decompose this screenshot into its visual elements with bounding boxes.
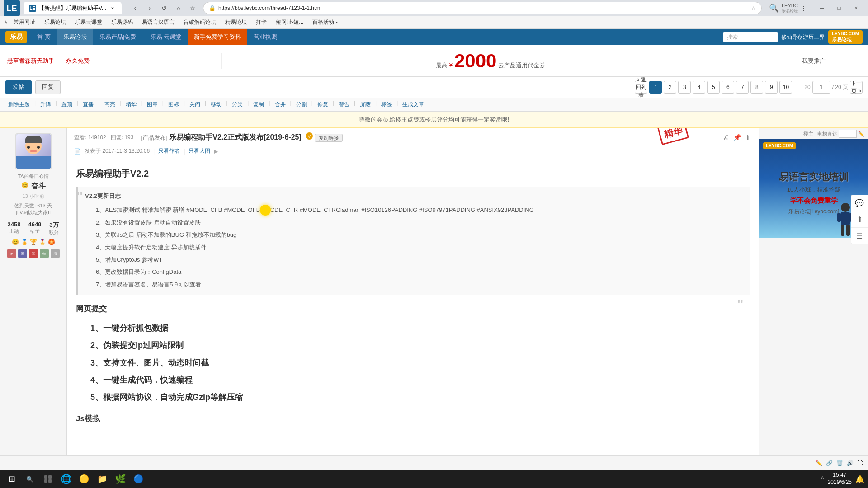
notification-icon[interactable]: 🔔 (855, 475, 864, 483)
bookmark-source[interactable]: 乐易源码 (108, 18, 137, 27)
bookmark-daka[interactable]: 打卡 (252, 18, 270, 27)
tool-top[interactable]: 置顶 (59, 100, 75, 109)
post-btn[interactable]: 发帖 (5, 80, 32, 94)
site-logo[interactable]: 乐易 (5, 31, 27, 43)
browser-tab[interactable]: LE 【新提醒】乐易编程助手V... × (24, 2, 122, 14)
page-1[interactable]: 1 (649, 81, 662, 94)
reply-btn[interactable]: 回复 (35, 80, 61, 94)
bookmark-baige[interactable]: 百格活动 - (309, 18, 341, 27)
bottom-edit-icon[interactable]: ✏️ (816, 460, 822, 466)
close-btn[interactable]: × (848, 2, 864, 14)
refresh-btn[interactable]: ↺ (158, 2, 170, 14)
nav-search-box[interactable]: 搜索 (723, 32, 778, 42)
bookmark-class[interactable]: 乐易云课堂 (71, 18, 106, 27)
page-10[interactable]: 10 (779, 81, 792, 94)
bookmark-pojie[interactable]: 盲破解码论坛 (180, 18, 220, 27)
nav-learning[interactable]: 新手免费学习资料 (188, 29, 247, 45)
nav-home[interactable]: 首 页 (31, 29, 57, 45)
tool-move[interactable]: 移动 (208, 100, 224, 109)
taskbar-files[interactable]: 📁 (94, 471, 110, 487)
tool-icon[interactable]: 图标 (165, 100, 182, 109)
posts-icon[interactable]: 帖 (40, 249, 49, 258)
bottom-sound-icon[interactable]: 🔊 (847, 460, 854, 466)
bookmark-btn[interactable]: ☆ (187, 2, 199, 14)
taskbar-chrome2[interactable]: 🌿 (112, 471, 128, 487)
taskbar-app1[interactable]: 🟡 (76, 471, 92, 487)
ad-right[interactable]: 我要推广 (760, 53, 868, 69)
bookmark-forum[interactable]: 乐易论坛 (41, 18, 70, 27)
nav-license[interactable]: 营业执照 (247, 29, 283, 45)
only-bigimg-link[interactable]: 只看大图 (189, 147, 210, 155)
float-up-btn[interactable]: ⬆ (851, 211, 868, 228)
float-chat-btn[interactable]: 💬 (851, 195, 868, 211)
tool-highlight[interactable]: 高亮 (102, 100, 118, 109)
user-badges: 😊 🏅 🏆 🎖️ 🏵️ (4, 239, 63, 245)
extensions-icon[interactable]: ⋮ (801, 5, 807, 11)
clear-icon[interactable]: 清 (51, 249, 60, 258)
tool-category[interactable]: 分类 (229, 100, 245, 109)
bottom-fullscreen-icon[interactable]: ⛶ (857, 460, 863, 466)
user-name-nav[interactable]: 修仙导创游历三界 (781, 33, 825, 41)
mood-icon: 😊 (21, 182, 28, 191)
taskbar-app2[interactable]: 🔵 (130, 471, 146, 487)
copy-link-btn[interactable]: 复制链接 (315, 134, 343, 142)
address-bar[interactable]: 🔒 https://bbs.leybc.com/thread-7123-1-1.… (203, 2, 762, 14)
maximize-btn[interactable]: □ (831, 2, 847, 14)
page-4[interactable]: 4 (693, 81, 705, 94)
page-6[interactable]: 6 (722, 81, 734, 94)
page-input[interactable] (812, 81, 830, 94)
page-9[interactable]: 9 (765, 81, 778, 94)
tab-close-btn[interactable]: × (109, 5, 116, 12)
tool-repair[interactable]: 修复 (315, 100, 331, 109)
tool-live[interactable]: 直播 (80, 100, 96, 109)
bookmark-shorturl[interactable]: 短网址·短... (272, 18, 307, 27)
page-7[interactable]: 7 (736, 81, 749, 94)
tool-tag[interactable]: 标签 (378, 100, 395, 109)
page-5[interactable]: 5 (707, 81, 720, 94)
taskbar-chrome[interactable]: 🌐 (58, 471, 74, 487)
forward-btn[interactable]: › (143, 2, 156, 14)
page-2[interactable]: 2 (664, 81, 676, 94)
tool-merge[interactable]: 合并 (272, 100, 288, 109)
back-btn[interactable]: ‹ (129, 2, 142, 14)
up-icon[interactable]: ⬆ (743, 133, 752, 142)
bookmark-changyon[interactable]: 常用网址 (10, 18, 39, 27)
ad-right-text: 我要推广 (802, 57, 826, 64)
tool-stamp[interactable]: 图章 (144, 100, 160, 109)
bottom-share-icon[interactable]: 🔗 (826, 460, 833, 466)
taskbar-search[interactable]: 🔍 (22, 471, 38, 487)
search-icon[interactable]: 🔍 (769, 3, 779, 13)
section-web-title: 网页提交 (76, 302, 750, 316)
start-button[interactable]: ⊞ (4, 471, 20, 487)
tool-delete[interactable]: 删除主题 (5, 100, 33, 109)
ban-icon[interactable]: 禁 (29, 249, 38, 258)
tool-warn[interactable]: 警告 (336, 100, 352, 109)
tool-copy[interactable]: 复制 (250, 100, 267, 109)
bookmark-jingyi[interactable]: 精易论坛 (222, 18, 250, 27)
home-btn[interactable]: ⌂ (172, 2, 185, 14)
tool-gen-article[interactable]: 生成文章 (400, 100, 427, 109)
taskbar-view[interactable] (40, 471, 56, 487)
edit-icon[interactable]: 编 (18, 249, 27, 258)
bookmark-yylang[interactable]: 易语言汉语言 (138, 18, 178, 27)
page-3[interactable]: 3 (678, 81, 691, 94)
print-icon[interactable]: 🖨 (722, 133, 731, 142)
tool-close[interactable]: 关闭 (187, 100, 203, 109)
nav-products[interactable]: 乐易产品[免费] (93, 29, 144, 45)
tool-jinghua[interactable]: 精华 (123, 100, 139, 109)
next-page-btn[interactable]: 下一页 » (850, 81, 863, 94)
tool-rank[interactable]: 升降 (38, 100, 54, 109)
minimize-btn[interactable]: ─ (814, 2, 830, 14)
tool-block[interactable]: 屏蔽 (357, 100, 373, 109)
tool-split[interactable]: 分割 (293, 100, 310, 109)
page-8[interactable]: 8 (750, 81, 763, 94)
float-menu-btn[interactable]: ☰ (851, 228, 868, 244)
nav-class[interactable]: 乐易 云课堂 (144, 29, 188, 45)
nav-forum[interactable]: 乐易论坛 (57, 29, 93, 45)
only-author-link[interactable]: 只看作者 (158, 147, 180, 155)
pin-icon[interactable]: 📌 (732, 133, 741, 142)
return-list-btn[interactable]: « 返回列表 (635, 81, 647, 94)
ip-icon[interactable]: IP (7, 249, 16, 258)
bottom-delete-icon[interactable]: 🗑️ (836, 460, 843, 466)
elevator-input[interactable] (839, 130, 857, 138)
